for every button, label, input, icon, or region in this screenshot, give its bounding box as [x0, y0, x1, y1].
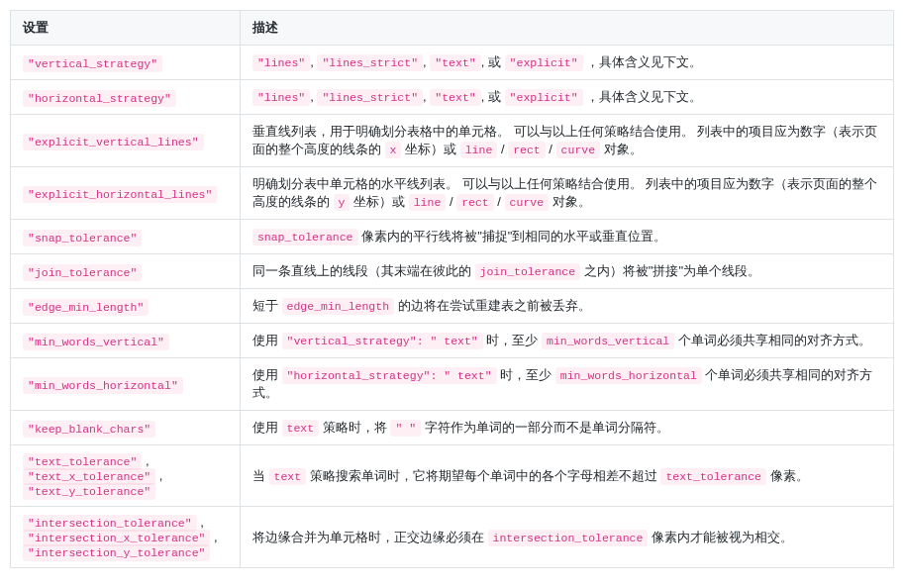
- code-token: curve: [505, 194, 550, 211]
- description-cell: "lines", "lines_strict", "text", 或 "expl…: [240, 46, 893, 80]
- text: ，具体含义见下文。: [583, 89, 703, 104]
- description-cell: 将边缘合并为单元格时，正交边缘必须在 intersection_toleranc…: [240, 507, 893, 568]
- code-token: "intersection_y_tolerance": [23, 544, 210, 561]
- text: 坐标）或: [401, 142, 459, 156]
- table-row: "keep_blank_chars"使用 text 策略时，将 " " 字符作为…: [11, 411, 894, 445]
- setting-cell: "explicit_horizontal_lines": [11, 167, 241, 220]
- description-cell: 使用 text 策略时，将 " " 字符作为单词的一部分而不是单词分隔符。: [240, 411, 893, 445]
- setting-cell: "intersection_tolerance" , "intersection…: [11, 507, 241, 568]
- text: , 或: [481, 89, 505, 104]
- text: 坐标）或: [350, 194, 408, 209]
- text: 个单词必须共享相同的对齐方式。: [674, 333, 871, 347]
- code-token: curve: [556, 142, 601, 158]
- header-description: 描述: [240, 11, 893, 46]
- code-token: "explicit_vertical_lines": [23, 134, 204, 150]
- description-cell: 当 text 策略搜索单词时，它将期望每个单词中的各个字母相差不超过 text_…: [240, 445, 893, 507]
- code-token: line: [409, 194, 447, 211]
- code-token: " ": [390, 420, 421, 437]
- text: 像素内才能被视为相交。: [648, 530, 793, 544]
- code-token: rect: [508, 142, 546, 158]
- setting-cell: "join_tolerance": [11, 254, 241, 289]
- description-cell: 垂直线列表，用于明确划分表格中的单元格。 可以与以上任何策略结合使用。 列表中的…: [240, 115, 893, 167]
- table-row: "text_tolerance" , "text_x_tolerance" , …: [11, 445, 894, 507]
- text: 像素内的平行线将被"捕捉"到相同的水平或垂直位置。: [358, 229, 667, 244]
- code-token: min_words_horizontal: [555, 367, 702, 384]
- setting-cell: "horizontal_strategy": [11, 80, 241, 115]
- code-token: edge_min_length: [282, 298, 395, 315]
- table-header-row: 设置 描述: [11, 11, 894, 46]
- code-token: "lines": [252, 54, 310, 71]
- code-token: "vertical_strategy": [23, 55, 162, 72]
- code-token: "text_y_tolerance": [23, 483, 155, 500]
- text: 对象。: [600, 142, 643, 156]
- text: ,: [155, 468, 162, 483]
- code-token: "keep_blank_chars": [23, 421, 155, 438]
- setting-cell: "min_words_horizontal": [11, 358, 241, 411]
- text: 短于: [252, 298, 282, 313]
- text: 使用: [252, 333, 282, 347]
- code-token: "vertical_strategy": " text": [282, 333, 483, 349]
- text: 将边缘合并为单元格时，正交边缘必须在: [252, 530, 488, 544]
- code-token: "explicit_horizontal_lines": [23, 186, 217, 203]
- code-token: rect: [456, 194, 494, 211]
- setting-cell: "vertical_strategy": [11, 46, 241, 80]
- table-row: "vertical_strategy""lines", "lines_stric…: [11, 46, 894, 80]
- code-token: snap_tolerance: [252, 229, 358, 245]
- table-row: "min_words_vertical"使用 "vertical_strateg…: [11, 324, 894, 358]
- text: 时，至少: [483, 333, 542, 347]
- code-token: y: [334, 194, 351, 211]
- code-token: "snap_tolerance": [23, 230, 142, 246]
- text: ，具体含义见下文。: [583, 54, 703, 69]
- text: 时，至少: [497, 367, 555, 382]
- code-token: "lines_strict": [317, 89, 423, 106]
- table-row: "explicit_horizontal_lines"明确划分表中单元格的水平线…: [11, 167, 894, 220]
- text: ,: [197, 515, 204, 530]
- table-row: "explicit_vertical_lines"垂直线列表，用于明确划分表格中…: [11, 115, 894, 167]
- code-token: join_tolerance: [475, 263, 581, 280]
- code-token: line: [460, 142, 498, 158]
- code-token: text: [282, 420, 320, 437]
- table-row: "min_words_horizontal"使用 "horizontal_str…: [11, 358, 894, 411]
- text: 对象。: [549, 194, 591, 209]
- description-cell: snap_tolerance 像素内的平行线将被"捕捉"到相同的水平或垂直位置。: [240, 220, 893, 254]
- table-row: "horizontal_strategy""lines", "lines_str…: [11, 80, 894, 115]
- code-token: "explicit": [505, 54, 583, 71]
- code-token: min_words_vertical: [542, 333, 674, 349]
- table-row: "edge_min_length"短于 edge_min_length 的边将在…: [11, 289, 894, 324]
- text: 之内）将被"拼接"为单个线段。: [580, 263, 760, 278]
- settings-table: 设置 描述 "vertical_strategy""lines", "lines…: [10, 10, 894, 568]
- code-token: "text": [430, 89, 480, 106]
- text: 策略搜索单词时，它将期望每个单词中的各个字母相差不超过: [306, 468, 660, 483]
- code-token: text_tolerance: [660, 468, 766, 485]
- code-token: "lines": [252, 89, 310, 106]
- code-token: "horizontal_strategy": " text": [282, 367, 497, 384]
- text: ,: [142, 453, 149, 468]
- code-token: "lines_strict": [317, 54, 423, 71]
- code-token: x: [385, 142, 402, 158]
- header-setting: 设置: [11, 11, 241, 46]
- description-cell: 明确划分表中单元格的水平线列表。 可以与以上任何策略结合使用。 列表中的项目应为…: [240, 167, 893, 220]
- setting-cell: "edge_min_length": [11, 289, 241, 324]
- code-token: "min_words_vertical": [23, 334, 169, 350]
- code-token: intersection_tolerance: [488, 530, 649, 546]
- text: , 或: [481, 54, 505, 69]
- text: 当: [252, 468, 269, 483]
- text: 使用: [252, 420, 282, 435]
- table-row: "join_tolerance"同一条直线上的线段（其末端在彼此的 join_t…: [11, 254, 894, 289]
- text: 同一条直线上的线段（其末端在彼此的: [252, 263, 475, 278]
- text: /: [497, 142, 508, 156]
- text: /: [446, 194, 456, 209]
- code-token: "explicit": [505, 89, 583, 106]
- setting-cell: "snap_tolerance": [11, 220, 241, 254]
- setting-cell: "text_tolerance" , "text_x_tolerance" , …: [11, 445, 241, 507]
- text: 策略时，将: [319, 420, 390, 435]
- code-token: "min_words_horizontal": [23, 377, 183, 394]
- text: 的边将在尝试重建表之前被丢弃。: [394, 298, 591, 313]
- description-cell: 短于 edge_min_length 的边将在尝试重建表之前被丢弃。: [240, 289, 893, 324]
- description-cell: 使用 "vertical_strategy": " text" 时，至少 min…: [240, 324, 893, 358]
- code-token: "edge_min_length": [23, 299, 149, 316]
- code-token: "text": [430, 54, 480, 71]
- description-cell: "lines", "lines_strict", "text", 或 "expl…: [240, 80, 893, 115]
- code-token: text: [269, 468, 307, 485]
- code-token: "horizontal_strategy": [23, 90, 176, 107]
